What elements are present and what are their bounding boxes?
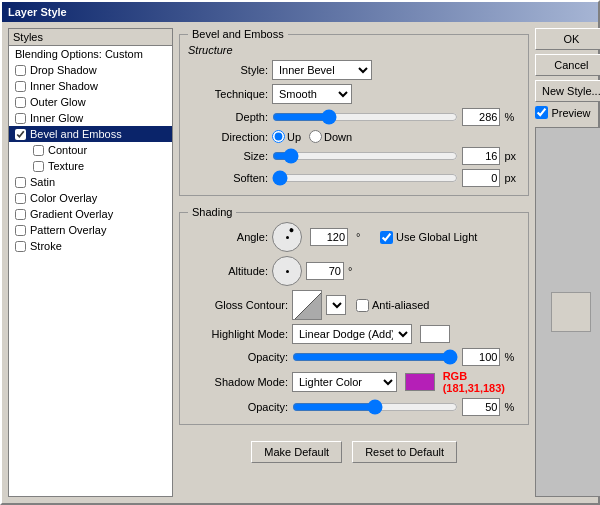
- size-slider[interactable]: [272, 149, 458, 163]
- shadow-mode-select[interactable]: Multiply Lighter Color: [292, 372, 397, 392]
- contour-preview[interactable]: [292, 290, 322, 320]
- direction-down-label[interactable]: Down: [309, 130, 352, 143]
- ok-button[interactable]: OK: [535, 28, 600, 50]
- highlight-opacity-slider[interactable]: [292, 350, 458, 364]
- shadow-rgb-text: RGB (181,31,183): [443, 370, 521, 394]
- bevel-emboss-title: Bevel and Emboss: [188, 28, 288, 40]
- bevel-emboss-label: Bevel and Emboss: [30, 128, 122, 140]
- structure-label: Structure: [188, 44, 520, 56]
- highlight-opacity-row: Opacity: %: [188, 348, 520, 366]
- texture-label: Texture: [48, 160, 84, 172]
- sidebar-item-blending[interactable]: Blending Options: Custom: [9, 46, 172, 62]
- sidebar-title: Styles: [8, 28, 173, 45]
- soften-row: Soften: px: [188, 169, 520, 187]
- highlight-mode-select[interactable]: Normal Screen Linear Dodge (Add): [292, 324, 412, 344]
- direction-up-radio[interactable]: [272, 130, 285, 143]
- style-row: Style: Inner Bevel Outer Bevel Emboss Pi…: [188, 60, 520, 80]
- pattern-overlay-checkbox[interactable]: [15, 225, 26, 236]
- depth-slider[interactable]: [272, 110, 458, 124]
- direction-group: Up Down: [272, 130, 352, 143]
- size-input[interactable]: [462, 147, 500, 165]
- gloss-contour-row: Gloss Contour: Anti-aliased: [188, 290, 520, 320]
- sidebar-item-inner-glow[interactable]: Inner Glow: [9, 110, 172, 126]
- shadow-opacity-slider[interactable]: [292, 400, 458, 414]
- right-buttons: OK Cancel New Style... Preview: [535, 28, 600, 497]
- shadow-opacity-input[interactable]: [462, 398, 500, 416]
- global-light-checkbox[interactable]: [380, 231, 393, 244]
- style-select[interactable]: Inner Bevel Outer Bevel Emboss Pillow Em…: [272, 60, 372, 80]
- sidebar-item-stroke[interactable]: Stroke: [9, 238, 172, 254]
- sidebar-item-pattern-overlay[interactable]: Pattern Overlay: [9, 222, 172, 238]
- preview-area: [535, 127, 600, 497]
- preview-label[interactable]: Preview: [535, 106, 600, 119]
- sidebar-item-outer-glow[interactable]: Outer Glow: [9, 94, 172, 110]
- sidebar-item-contour[interactable]: Contour: [9, 142, 172, 158]
- altitude-row: Altitude: °: [188, 256, 520, 286]
- altitude-label: Altitude:: [188, 265, 268, 277]
- bevel-emboss-checkbox[interactable]: [15, 129, 26, 140]
- sidebar-item-inner-shadow[interactable]: Inner Shadow: [9, 78, 172, 94]
- direction-up-label[interactable]: Up: [272, 130, 301, 143]
- depth-row: Depth: %: [188, 108, 520, 126]
- preview-checkbox[interactable]: [535, 106, 548, 119]
- sidebar-item-gradient-overlay[interactable]: Gradient Overlay: [9, 206, 172, 222]
- soften-slider[interactable]: [272, 171, 458, 185]
- shading-panel: Shading Angle: ° Use Global Light: [179, 206, 529, 425]
- outer-glow-checkbox[interactable]: [15, 97, 26, 108]
- shadow-color-swatch[interactable]: [405, 373, 435, 391]
- direction-down-radio[interactable]: [309, 130, 322, 143]
- stroke-label: Stroke: [30, 240, 62, 252]
- soften-slider-container: [272, 171, 458, 185]
- angle-center-dot: [286, 236, 289, 239]
- gradient-overlay-checkbox[interactable]: [15, 209, 26, 220]
- sidebar-item-texture[interactable]: Texture: [9, 158, 172, 174]
- layer-style-dialog: Layer Style Styles Blending Options: Cus…: [0, 0, 600, 505]
- stroke-checkbox[interactable]: [15, 241, 26, 252]
- altitude-input[interactable]: [306, 262, 344, 280]
- preview-text: Preview: [551, 107, 590, 119]
- sidebar-item-color-overlay[interactable]: Color Overlay: [9, 190, 172, 206]
- highlight-opacity-label: Opacity:: [188, 351, 288, 363]
- altitude-dial[interactable]: [272, 256, 302, 286]
- blending-label: Blending Options: Custom: [15, 48, 143, 60]
- satin-label: Satin: [30, 176, 55, 188]
- anti-aliased-checkbox[interactable]: [356, 299, 369, 312]
- contour-select-arrow[interactable]: [326, 295, 346, 315]
- highlight-opacity-slider-container: [292, 350, 458, 364]
- drop-shadow-checkbox[interactable]: [15, 65, 26, 76]
- highlight-color-swatch[interactable]: [420, 325, 450, 343]
- texture-checkbox[interactable]: [33, 161, 44, 172]
- sidebar-item-drop-shadow[interactable]: Drop Shadow: [9, 62, 172, 78]
- make-default-button[interactable]: Make Default: [251, 441, 342, 463]
- new-style-button[interactable]: New Style...: [535, 80, 600, 102]
- anti-aliased-text: Anti-aliased: [372, 299, 429, 311]
- sidebar-item-bevel-emboss[interactable]: Bevel and Emboss: [9, 126, 172, 142]
- cancel-button[interactable]: Cancel: [535, 54, 600, 76]
- soften-unit: px: [504, 172, 520, 184]
- satin-checkbox[interactable]: [15, 177, 26, 188]
- angle-container: ° Use Global Light: [272, 222, 477, 252]
- outer-glow-label: Outer Glow: [30, 96, 86, 108]
- angle-dial[interactable]: [272, 222, 302, 252]
- inner-glow-checkbox[interactable]: [15, 113, 26, 124]
- soften-input[interactable]: [462, 169, 500, 187]
- highlight-opacity-input[interactable]: [462, 348, 500, 366]
- shadow-opacity-row: Opacity: %: [188, 398, 520, 416]
- inner-shadow-checkbox[interactable]: [15, 81, 26, 92]
- anti-aliased-label[interactable]: Anti-aliased: [356, 299, 429, 312]
- inner-glow-label: Inner Glow: [30, 112, 83, 124]
- technique-select[interactable]: Smooth Chisel Hard Chisel Soft: [272, 84, 352, 104]
- preview-shape: [551, 292, 591, 332]
- altitude-unit: °: [348, 265, 364, 277]
- color-overlay-checkbox[interactable]: [15, 193, 26, 204]
- sidebar-item-satin[interactable]: Satin: [9, 174, 172, 190]
- shading-title: Shading: [188, 206, 236, 218]
- window-title: Layer Style: [8, 6, 67, 18]
- global-light-label[interactable]: Use Global Light: [380, 231, 477, 244]
- shadow-opacity-unit: %: [504, 401, 520, 413]
- contour-checkbox[interactable]: [33, 145, 44, 156]
- reset-to-default-button[interactable]: Reset to Default: [352, 441, 457, 463]
- depth-input[interactable]: [462, 108, 500, 126]
- angle-input[interactable]: [310, 228, 348, 246]
- depth-unit: %: [504, 111, 520, 123]
